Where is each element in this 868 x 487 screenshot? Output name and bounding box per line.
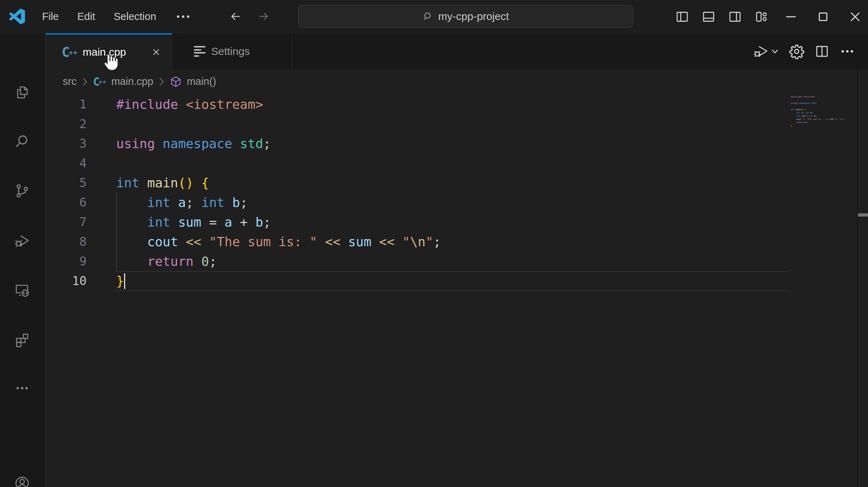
toggle-panel-icon[interactable] (701, 10, 716, 24)
code-text: } (116, 271, 124, 291)
line-number: 3 (46, 134, 116, 153)
breadcrumb-symbol[interactable]: main() (187, 76, 216, 87)
line-number: 5 (46, 173, 116, 193)
command-center-search[interactable]: my-cpp-project (298, 5, 633, 28)
account-icon (14, 475, 30, 487)
minimap-line: #include <iostream> (791, 95, 857, 98)
code-text: int main() { (116, 173, 209, 193)
cpp-file-icon: C++ (62, 45, 78, 59)
line-number: 7 (46, 212, 116, 232)
activity-run-debug-button[interactable] (14, 232, 30, 249)
toggle-secondary-sidebar-icon[interactable] (728, 10, 742, 24)
cpp-file-icon: C++ (93, 76, 107, 87)
chevron-right-icon (82, 77, 88, 86)
breadcrumb-file[interactable]: main.cpp (111, 76, 153, 87)
search-icon (423, 11, 433, 22)
code-line[interactable]: 5int main() { (46, 173, 441, 193)
symbol-method-icon (170, 76, 182, 88)
toggle-sidebar-icon[interactable] (675, 10, 689, 24)
files-icon (14, 84, 30, 101)
line-number: 10 (46, 271, 116, 291)
minimap[interactable]: #include <iostream>using namespace std;i… (791, 95, 857, 127)
tab-label: Settings (211, 45, 250, 57)
extensions-icon (14, 331, 30, 348)
maximize-icon[interactable] (815, 9, 831, 25)
minimap-line: int sum = a + b; (791, 114, 857, 117)
code-text: return 0; (116, 252, 217, 271)
activity-explorer-button[interactable] (14, 84, 30, 101)
run-or-debug-icon (753, 44, 769, 59)
minimap-line (791, 98, 857, 101)
line-number: 2 (46, 114, 116, 134)
menu-bar: File Edit Selection (42, 11, 156, 22)
code-line[interactable]: 2 (46, 114, 441, 134)
minimap-line: int a; int b; (791, 111, 857, 114)
gear-icon[interactable] (789, 44, 805, 59)
account-button[interactable] (14, 475, 30, 487)
vscode-logo-icon (9, 9, 25, 24)
line-number: 6 (46, 193, 116, 212)
line-number: 1 (46, 95, 116, 114)
breadcrumbs: src C++ main.cpp main() (46, 70, 787, 93)
run-or-debug-button[interactable] (753, 44, 779, 59)
code-text: int sum = a + b; (116, 212, 271, 232)
code-line[interactable]: 6 int a; int b; (46, 193, 441, 212)
editor-actions (753, 33, 868, 70)
overview-ruler-cursor-marker (858, 213, 868, 217)
text-cursor (124, 273, 125, 289)
code-text: int a; int b; (116, 193, 248, 212)
run-and-debug-icon (14, 232, 30, 249)
remote-explorer-icon (14, 282, 30, 298)
minimize-icon[interactable] (783, 9, 799, 25)
tab-settings[interactable]: Settings (172, 33, 292, 70)
code-line[interactable]: 8 cout << "The sum is: " << sum << "\n"; (46, 232, 441, 252)
arrow-back-icon[interactable] (229, 10, 241, 22)
chevron-right-icon (158, 77, 165, 86)
activity-extensions-button[interactable] (14, 331, 30, 348)
code-text: cout << "The sum is: " << sum << "\n"; (116, 232, 441, 252)
git-branch-icon (14, 183, 30, 199)
menu-selection[interactable]: Selection (114, 11, 156, 22)
line-number: 9 (46, 252, 116, 271)
activity-search-button[interactable] (14, 133, 30, 150)
search-icon (14, 133, 30, 150)
more-actions-ellipsis-icon[interactable] (839, 44, 855, 59)
code-line[interactable]: 10} (46, 271, 441, 291)
arrow-forward-icon[interactable] (258, 10, 270, 22)
menu-overflow-ellipsis-icon[interactable] (177, 15, 189, 18)
line-number: 4 (46, 153, 116, 173)
activity-source-control-button[interactable] (14, 183, 30, 199)
code-line[interactable]: 9 return 0; (46, 252, 441, 271)
chevron-down-icon[interactable] (771, 47, 779, 56)
minimap-line: int main() { (791, 108, 857, 111)
code-editor[interactable]: 1#include <iostream>23using namespace st… (46, 93, 868, 487)
activity-more-button[interactable] (14, 380, 30, 396)
ellipsis-icon (14, 380, 30, 396)
menu-edit[interactable]: Edit (77, 11, 95, 22)
minimap-line: cout << "The sum is: " << sum << "\n"; (791, 117, 857, 121)
tab-close-icon[interactable] (151, 47, 162, 57)
menu-file[interactable]: File (42, 11, 59, 22)
minimap-line: return 0; (791, 121, 857, 124)
activity-bar (0, 33, 45, 487)
breadcrumb-src[interactable]: src (63, 76, 77, 87)
code-line[interactable]: 1#include <iostream> (46, 95, 441, 114)
code-line[interactable]: 7 int sum = a + b; (46, 212, 441, 232)
code-line[interactable]: 3using namespace std; (46, 134, 441, 153)
code-lines: 1#include <iostream>23using namespace st… (46, 95, 441, 291)
minimap-line: using namespace std; (791, 101, 857, 105)
tab-main-cpp[interactable]: C++ main.cpp (46, 33, 172, 70)
code-line[interactable]: 4 (46, 153, 441, 173)
overview-ruler (857, 70, 858, 487)
mouse-hand-cursor (101, 54, 119, 71)
settings-list-icon (194, 46, 206, 57)
line-number: 8 (46, 232, 116, 252)
minimap-line: } (791, 124, 857, 127)
close-icon[interactable] (847, 9, 863, 25)
customize-layout-icon[interactable] (754, 10, 769, 24)
code-text: #include <iostream> (116, 95, 263, 114)
code-text: using namespace std; (116, 134, 271, 153)
activity-remote-explorer-button[interactable] (14, 282, 30, 298)
minimap-line (791, 105, 857, 108)
split-editor-icon[interactable] (814, 44, 830, 59)
